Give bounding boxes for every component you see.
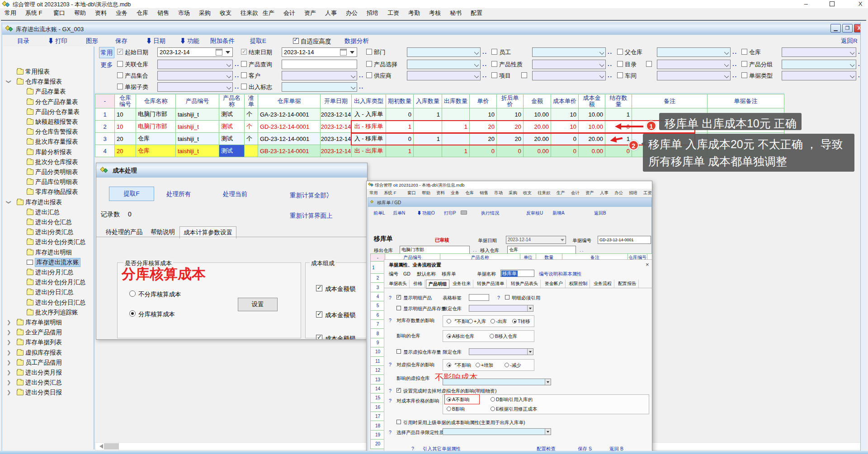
table-header-cell[interactable]: 期初数量	[386, 94, 414, 108]
tree-item-26[interactable]: ❯企业产品借用	[3, 328, 93, 337]
prop-tab-5[interactable]: 转换产品表头	[509, 280, 541, 288]
scroll-thumb[interactable]	[104, 443, 119, 449]
tree-item-9[interactable]: 批次分仓库报表	[3, 158, 93, 167]
recalc-all-link[interactable]: 重新计算全部冫	[290, 192, 333, 200]
expand-arrow-icon[interactable]: ❯	[6, 80, 12, 84]
prop-hdr-link[interactable]: 编号说明和基本属性	[539, 271, 582, 277]
tree-splitter[interactable]	[94, 47, 94, 449]
prop-tab-8[interactable]: 业务流程	[591, 280, 614, 288]
embed-menu-item[interactable]: 人事	[600, 190, 609, 196]
prop-tab-9[interactable]: 配置报告	[616, 280, 639, 288]
embed-in-input[interactable]: 仓库	[507, 246, 576, 254]
tree-item-30[interactable]: ❯进出分类月报	[3, 368, 93, 377]
tree-item-10[interactable]: 产品分类明细表	[3, 168, 93, 177]
tree-item-12[interactable]: 零库存物品报表	[3, 187, 93, 197]
menu-item-5[interactable]: 业务	[116, 9, 127, 17]
tree-item-18[interactable]: 库存进出明细	[3, 248, 93, 257]
embed-menu-item[interactable]: 生产	[557, 190, 565, 196]
tree-item-5[interactable]: 缺额超额报警表	[3, 117, 93, 126]
prop-radio[interactable]	[447, 334, 451, 338]
embed-menu-item[interactable]: 窗口	[407, 190, 416, 196]
collapse-arrow-icon[interactable]: ❯	[7, 350, 11, 356]
tree-item-24[interactable]: 批次序列追踪账	[3, 308, 93, 317]
embed-toolbar-item-5[interactable]: 反审核U	[526, 210, 543, 216]
toolbar-item-1[interactable]: 打印	[49, 37, 67, 45]
help-icon[interactable]: ?	[389, 318, 392, 323]
table-header-cell[interactable]: 单据备注	[708, 94, 784, 108]
table-header-cell[interactable]: 金额	[524, 94, 551, 108]
menu-item-18[interactable]: 工资	[387, 9, 399, 17]
prop-tab-4[interactable]: 转换产品清单	[475, 280, 507, 288]
tree-item-7[interactable]: 批次库存量报表	[3, 137, 93, 146]
minimize-button[interactable]: –	[799, 2, 813, 7]
toolbar-item-5[interactable]: 功能	[181, 37, 199, 45]
toolbar-item-4[interactable]: 日期	[147, 37, 165, 45]
embed-menu-item[interactable]: 市场	[494, 190, 503, 196]
extract-button[interactable]: 提取F	[109, 187, 154, 201]
menu-item-16[interactable]: 办公	[346, 9, 358, 17]
embed-menu-item[interactable]: 会计	[571, 190, 580, 196]
dropdown-caret-icon[interactable]	[850, 62, 854, 67]
prop-tab-7[interactable]: 权限控制	[567, 280, 590, 288]
menu-item-10[interactable]: 收支	[220, 9, 231, 17]
prop-dropdown[interactable]	[443, 379, 551, 385]
menu-item-4[interactable]: 资料	[95, 9, 107, 17]
table-header-cell[interactable]: 备注	[632, 94, 708, 108]
embed-menu-item[interactable]: 仓库	[465, 190, 474, 196]
menu-item-17[interactable]: 招培	[367, 9, 378, 17]
tree-item-1[interactable]: ❯仓库存量报表	[3, 77, 93, 86]
prop-radio[interactable]	[512, 319, 517, 323]
embed-menu-item[interactable]: 资产	[585, 190, 594, 196]
menu-item-13[interactable]: 会计	[283, 9, 295, 17]
dropdown-caret-icon[interactable]	[850, 50, 854, 55]
filter-dropdown[interactable]	[782, 71, 856, 80]
prop-radio[interactable]	[491, 407, 495, 411]
menu-item-8[interactable]: 市场	[178, 9, 190, 17]
prop-checkbox[interactable]	[396, 388, 401, 393]
toolbar-item-8[interactable]: 数据分析	[344, 37, 369, 45]
tree-item-11[interactable]: 产品库位明细表	[3, 178, 93, 187]
table-header-cell[interactable]: 出入库类型	[352, 94, 386, 108]
prop-checkbox[interactable]	[505, 295, 509, 300]
menu-item-22[interactable]: 配置	[471, 9, 482, 17]
filter-checkbox[interactable]	[241, 84, 247, 89]
table-header-cell[interactable]: 成本金额	[579, 94, 605, 108]
filter-checkbox[interactable]	[741, 72, 747, 78]
prop-radio[interactable]	[490, 334, 494, 338]
collapse-arrow-icon[interactable]: ❯	[7, 339, 11, 345]
embed-menu-item[interactable]: 常用	[369, 190, 378, 196]
scroll-left-arrow[interactable]	[97, 444, 103, 449]
prop-dropdown[interactable]	[469, 348, 533, 355]
table-header-cell[interactable]: -	[95, 94, 115, 108]
tree-item-14[interactable]: 进出汇总	[3, 208, 93, 217]
embed-toolbar-item-1[interactable]: 后单N	[393, 210, 405, 216]
embed-menu-item[interactable]: 销售	[480, 190, 488, 196]
table-header-cell[interactable]: 产品编号	[176, 94, 219, 108]
embed-toolbar-item-3[interactable]: 打印P	[444, 210, 456, 216]
recalc-ui-link[interactable]: 重新计算界面上	[290, 212, 333, 220]
collapse-arrow-icon[interactable]: ❯	[7, 379, 11, 385]
prop-checkbox[interactable]	[396, 349, 401, 354]
prop-tab-0[interactable]: 单据表头	[387, 280, 410, 288]
toolbar-item-7[interactable]: 提取E	[250, 37, 266, 45]
prop-radio[interactable]	[468, 319, 473, 323]
menu-item-20[interactable]: 考核	[429, 9, 441, 17]
table-header-cell[interactable]: 产品名称	[219, 94, 245, 108]
filter-dropdown[interactable]	[282, 82, 357, 92]
menu-item-6[interactable]: 仓库	[137, 9, 148, 17]
embed-menu-item[interactable]: 采购	[509, 190, 517, 196]
prop-radio[interactable]	[447, 407, 451, 411]
toolbar-item-2[interactable]: 图形	[86, 37, 98, 45]
help-icon[interactable]: ?	[389, 398, 392, 403]
menu-item-15[interactable]: 人事	[325, 9, 337, 17]
tree-item-8[interactable]: 库龄分析报表	[3, 148, 93, 157]
collapse-arrow-icon[interactable]: ❯	[7, 370, 11, 375]
embed-toolbar-item-0[interactable]: 前单L	[373, 210, 385, 216]
table-header-cell[interactable]: 结存数量	[605, 94, 632, 108]
prop-radio[interactable]	[505, 363, 509, 367]
tree-item-19[interactable]: 库存进出流水账	[3, 258, 93, 267]
embed-date-combo[interactable]: 2023-12-14	[506, 236, 566, 244]
help-icon[interactable]: ?	[389, 430, 392, 435]
tree-item-28[interactable]: ❯虚拟库存报表	[3, 348, 93, 357]
child-restore-button[interactable]: ❐	[842, 24, 853, 33]
